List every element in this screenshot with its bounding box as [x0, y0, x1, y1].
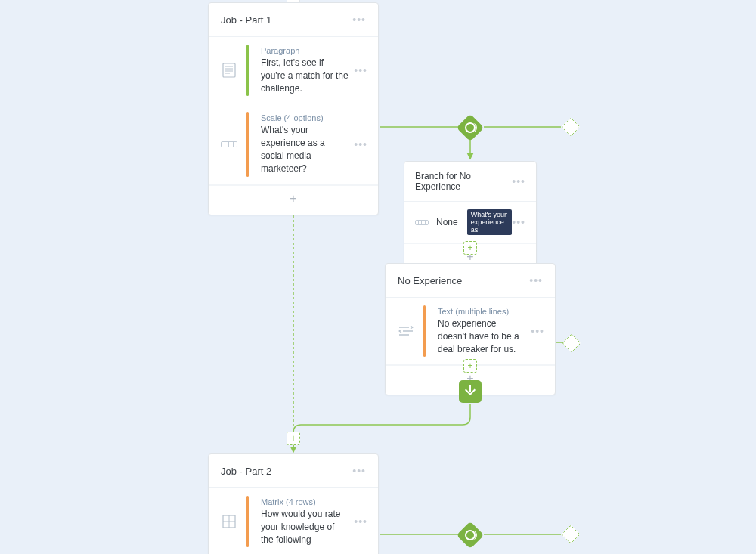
card-no-experience[interactable]: No Experience ••• Text (multiple lines) …: [385, 263, 556, 395]
branch-endpoint-placeholder[interactable]: [561, 525, 580, 543]
row-menu-icon[interactable]: •••: [354, 64, 367, 76]
card-branch-no-experience[interactable]: Branch for No Experience ••• None What's…: [404, 161, 537, 274]
svg-rect-12: [223, 63, 235, 77]
card-header: Job - Part 1 •••: [209, 3, 378, 37]
jump-node[interactable]: [459, 380, 482, 403]
branch-condition-label: None: [436, 217, 458, 227]
card-title: Job - Part 2: [221, 466, 271, 477]
question-row-scale[interactable]: Scale (4 options) What's your experience…: [209, 104, 378, 184]
question-row-paragraph[interactable]: Paragraph First, let's see if you're a m…: [209, 37, 378, 104]
card-header: Job - Part 2 •••: [209, 454, 378, 488]
textlines-icon: [396, 326, 416, 336]
question-row-matrix[interactable]: Matrix (4 rows) How would you rate your …: [209, 488, 378, 554]
row-text: First, let's see if you're a match for t…: [261, 57, 349, 94]
card-menu-icon[interactable]: •••: [529, 274, 543, 286]
scale-icon: [415, 220, 429, 225]
card-job-part-1[interactable]: Job - Part 1 ••• Paragraph First, let's …: [208, 2, 379, 215]
scale-icon: [219, 141, 239, 147]
row-menu-icon[interactable]: •••: [354, 138, 367, 150]
branch-endpoint-placeholder[interactable]: [562, 333, 581, 352]
row-menu-icon[interactable]: •••: [512, 216, 525, 228]
add-step-node[interactable]: +: [463, 241, 477, 255]
card-job-part-2[interactable]: Job - Part 2 ••• Matrix (4 rows) How wou…: [208, 453, 379, 554]
row-accent: [246, 496, 249, 547]
branch-endpoint-placeholder[interactable]: [561, 117, 580, 136]
matrix-icon: [219, 515, 239, 528]
branch-split-node[interactable]: [457, 114, 485, 142]
branch-condition-row[interactable]: None What's your experience as •••: [404, 202, 536, 243]
row-accent: [246, 45, 249, 96]
row-text: How would you rate your knowledge of the…: [261, 508, 349, 546]
card-menu-icon[interactable]: •••: [512, 175, 525, 187]
add-step-node[interactable]: +: [463, 359, 477, 373]
row-accent: [246, 112, 249, 176]
card-footer: +: [209, 185, 378, 215]
add-question-icon[interactable]: +: [286, 192, 301, 207]
row-menu-icon[interactable]: •••: [354, 515, 367, 528]
card-menu-icon[interactable]: •••: [352, 465, 366, 477]
card-title: Job - Part 1: [221, 14, 271, 26]
card-header: No Experience •••: [386, 264, 555, 298]
row-type-label: Scale (4 options): [261, 113, 349, 122]
row-text: What's your experience as a social media…: [261, 124, 349, 175]
add-step-node[interactable]: +: [287, 432, 300, 445]
paragraph-icon: [219, 63, 239, 78]
row-menu-icon[interactable]: •••: [531, 325, 544, 337]
card-title: No Experience: [398, 275, 462, 286]
branch-condition-tag: What's your experience as: [467, 209, 513, 235]
card-menu-icon[interactable]: •••: [352, 14, 366, 26]
card-title: Branch for No Experience: [415, 171, 512, 192]
row-text: No experience doesn't have to be a deal …: [438, 317, 526, 355]
question-row-text[interactable]: Text (multiple lines) No experience does…: [386, 298, 555, 365]
row-accent: [423, 305, 426, 357]
branch-split-node[interactable]: [457, 522, 485, 549]
card-header: Branch for No Experience •••: [404, 162, 536, 202]
row-type-label: Text (multiple lines): [438, 307, 526, 316]
row-type-label: Matrix (4 rows): [261, 497, 349, 506]
row-type-label: Paragraph: [261, 46, 349, 55]
